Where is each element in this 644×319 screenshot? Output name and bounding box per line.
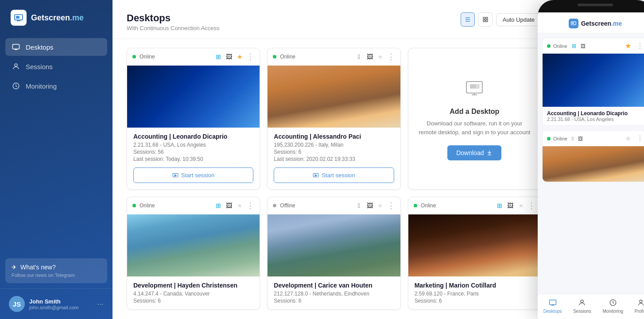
phone-nav-monitoring-icon xyxy=(608,298,618,307)
phone-nav-profile-label: Profile xyxy=(635,309,644,314)
phone-nav-monitoring[interactable]: Monitoring xyxy=(602,298,623,314)
card-ip-4: 4.14.247.4 - Canada, Vancouver xyxy=(133,291,253,297)
more-icon-2[interactable]: ⋮ xyxy=(387,53,395,61)
phone-card-header-1: Online ⊞ 🖼 ★ ⋮ xyxy=(543,38,644,54)
phone-star-2[interactable]: ★ xyxy=(625,134,631,143)
desktop-grid-container: Online ⊞ 🖼 ★ ⋮ Accounting | Leonardo Dic… xyxy=(113,39,555,319)
apple-icon-5:  xyxy=(355,202,363,210)
user-info: John Smith john.smith@gmail.com xyxy=(29,298,93,310)
whats-new-label: What's new? xyxy=(20,264,56,271)
sidebar-item-sessions-label: Sessions xyxy=(26,63,53,70)
logo: Getscreen.me xyxy=(0,0,113,38)
monitoring-icon xyxy=(12,82,20,90)
card-name-2: Accounting | Alessandro Paci xyxy=(274,133,394,140)
screenshot-icon-6[interactable]: 🖼 xyxy=(506,202,514,210)
card-image-4 xyxy=(127,214,260,276)
card-name-1: Accounting | Leonardo Dicaprio xyxy=(133,133,253,140)
status-label-6: Online xyxy=(421,202,492,209)
phone-more-2[interactable]: ⋮ xyxy=(636,134,644,143)
svg-rect-20 xyxy=(549,300,556,305)
star-icon-4[interactable]: ★ xyxy=(236,202,244,210)
card-header-2: Online  🖼 ★ ⋮ xyxy=(268,48,400,66)
more-icon-4[interactable]: ⋮ xyxy=(246,202,254,210)
svg-point-3 xyxy=(15,64,17,66)
card-header-1: Online ⊞ 🖼 ★ ⋮ xyxy=(127,48,260,66)
phone-nav-desktops-label: Desktops xyxy=(543,309,562,314)
phone-more-1[interactable]: ⋮ xyxy=(636,42,644,50)
screenshot-icon-1[interactable]: 🖼 xyxy=(225,53,233,61)
screenshot-icon-5[interactable]: 🖼 xyxy=(366,202,374,210)
user-menu-icon[interactable]: ··· xyxy=(97,300,104,309)
card-info-5: Development | Carice van Houten 212.127.… xyxy=(268,276,400,309)
desktops-icon xyxy=(12,43,20,51)
card-name-4: Development | Hayden Christensen xyxy=(133,282,253,289)
phone-bottom-nav: Desktops Sessions Monitoring xyxy=(538,294,644,319)
desktop-grid: Online ⊞ 🖼 ★ ⋮ Accounting | Leonardo Dic… xyxy=(127,48,541,310)
phone-os-icon-1: ⊞ xyxy=(572,43,576,49)
phone-content: Online ⊞ 🖼 ★ ⋮ Accounting | Leonardo Dic… xyxy=(538,33,644,294)
windows-icon-6: ⊞ xyxy=(496,202,504,210)
phone-logo-icon xyxy=(569,19,578,28)
card-sessions-6: Sessions: 6 xyxy=(415,298,535,304)
grid-view-button[interactable] xyxy=(478,12,493,27)
sidebar-item-desktops[interactable]: Desktops xyxy=(5,38,107,56)
star-icon-1[interactable]: ★ xyxy=(236,53,244,61)
phone-star-1[interactable]: ★ xyxy=(625,42,631,50)
phone-status-label-2: Online xyxy=(553,136,567,141)
phone-nav-desktops[interactable]: Desktops xyxy=(543,298,562,314)
card-icons-1: ⊞ 🖼 ★ ⋮ xyxy=(214,53,254,61)
card-icons-4: ⊞ 🖼 ★ ⋮ xyxy=(214,202,254,210)
svg-rect-17 xyxy=(470,84,476,89)
more-icon-5[interactable]: ⋮ xyxy=(387,202,395,210)
svg-point-21 xyxy=(581,300,583,303)
svg-point-23 xyxy=(640,300,642,303)
sidebar-item-monitoring[interactable]: Monitoring xyxy=(5,77,107,95)
card-icons-2:  🖼 ★ ⋮ xyxy=(355,53,395,61)
screenshot-icon-4[interactable]: 🖼 xyxy=(225,202,233,210)
svg-rect-8 xyxy=(483,17,485,19)
whats-new-box[interactable]: ✈ What's new? Follow our news on Telegra… xyxy=(5,258,107,283)
main-content: Desktops With Continuous Connection Acce… xyxy=(113,0,555,319)
auto-update-button[interactable]: Auto Update xyxy=(496,13,541,26)
more-icon-1[interactable]: ⋮ xyxy=(246,53,254,61)
windows-icon-1: ⊞ xyxy=(214,53,222,61)
list-view-button[interactable] xyxy=(461,12,475,27)
windows-icon-4: ⊞ xyxy=(214,202,222,210)
start-session-button-2[interactable]: Start session xyxy=(274,167,394,183)
status-indicator-1 xyxy=(132,55,136,58)
phone-nav-profile-icon xyxy=(636,298,644,307)
telegram-icon: ✈ xyxy=(12,264,17,271)
phone-nav-sessions-icon xyxy=(577,298,587,307)
nav-items: Desktops Sessions Monitoring xyxy=(0,38,113,146)
apple-icon-2:  xyxy=(355,53,363,61)
star-icon-2[interactable]: ★ xyxy=(376,53,384,61)
card-sessions-5: Sessions: 6 xyxy=(274,298,394,304)
star-icon-5[interactable]: ★ xyxy=(376,202,384,210)
star-icon-6[interactable]: ★ xyxy=(517,202,525,210)
desktop-card-6: Online ⊞ 🖼 ★ ⋮ Marketing | Marion Cotill… xyxy=(408,197,541,310)
phone-nav-sessions[interactable]: Sessions xyxy=(573,298,591,314)
sidebar-item-monitoring-label: Monitoring xyxy=(26,82,57,90)
svg-rect-19 xyxy=(572,23,574,24)
whats-new-sublabel: Follow our news on Telegram xyxy=(12,272,101,278)
view-toggle-wrapper: Auto Update xyxy=(461,12,541,27)
phone-nav-monitoring-label: Monitoring xyxy=(602,309,623,314)
phone-card-ip-1: 2.21.31.68 - USA, Los Angeles xyxy=(547,117,644,122)
card-info-4: Development | Hayden Christensen 4.14.24… xyxy=(127,276,260,309)
phone-mockup: Getscreen.me Online ⊞ 🖼 ★ ⋮ A xyxy=(538,0,644,319)
phone-card-1: Online ⊞ 🖼 ★ ⋮ Accounting | Leonardo Dic… xyxy=(542,38,644,126)
start-session-button-1[interactable]: Start session xyxy=(133,167,253,183)
sidebar-item-sessions[interactable]: Sessions xyxy=(5,58,107,75)
avatar: JS xyxy=(9,296,25,312)
download-button[interactable]: Download xyxy=(447,145,501,160)
screenshot-icon-2[interactable]: 🖼 xyxy=(366,53,374,61)
status-label-5: Offline xyxy=(280,202,351,209)
more-icon-6[interactable]: ⋮ xyxy=(528,202,535,210)
phone-card-image-2 xyxy=(543,146,644,182)
sessions-icon xyxy=(12,62,20,71)
user-name: John Smith xyxy=(29,298,93,305)
logo-text: Getscreen.me xyxy=(31,13,84,23)
phone-nav-profile[interactable]: Profile xyxy=(635,298,644,314)
status-indicator-2 xyxy=(273,55,276,58)
phone-card-header-2: Online  🖼 ★ ⋮ xyxy=(543,131,644,146)
